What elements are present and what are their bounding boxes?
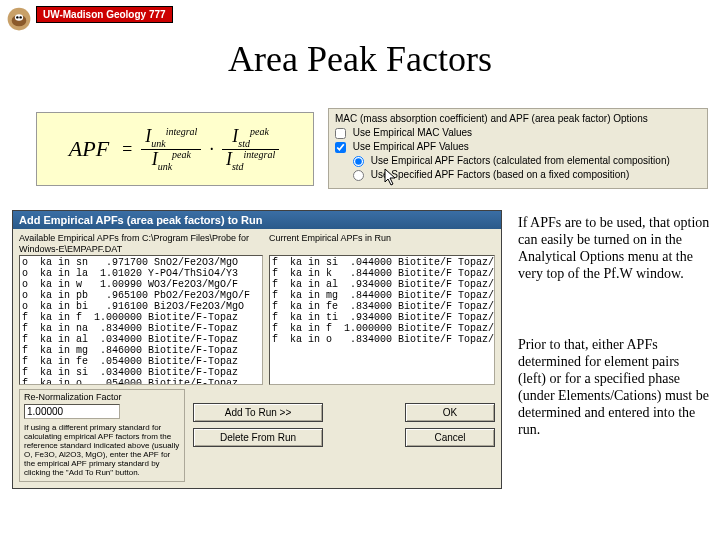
radio-elemental-input[interactable] xyxy=(353,156,364,167)
available-apf-list[interactable]: o ka in sn .971700 SnO2/Fe2O3/MgO o ka i… xyxy=(19,255,263,385)
formula-frac1: Iunkintegral Iunkpeak xyxy=(141,127,201,171)
ok-button[interactable]: OK xyxy=(405,403,495,422)
current-apf-caption: Current Empirical APFs in Run xyxy=(269,233,495,255)
renorm-hint: If using a different primary standard fo… xyxy=(24,423,180,477)
explanation-paragraph-1: If APFs are to be used, that option can … xyxy=(518,214,710,282)
formula-frac2: Istdpeak Istdintegral xyxy=(222,127,279,171)
course-badge: UW-Madison Geology 777 xyxy=(36,6,173,23)
checkbox-mac-input[interactable] xyxy=(335,128,346,139)
add-empirical-apf-dialog: Add Empirical APFs (area peak factors) t… xyxy=(12,210,502,489)
checkbox-use-empirical-apf[interactable]: Use Empirical APF Values xyxy=(335,140,701,154)
options-group-title: MAC (mass absorption coefficient) and AP… xyxy=(335,113,701,124)
badger-logo xyxy=(6,6,32,32)
add-to-run-button[interactable]: Add To Run >> xyxy=(193,403,323,422)
checkbox-use-empirical-mac[interactable]: Use Empirical MAC Values xyxy=(335,126,701,140)
page-title: Area Peak Factors xyxy=(0,38,720,80)
radio-apf-specified[interactable]: Use Specified APF Factors (based on a fi… xyxy=(353,168,701,182)
radio-apf-from-elemental[interactable]: Use Empirical APF Factors (calculated fr… xyxy=(353,154,701,168)
delete-from-run-button[interactable]: Delete From Run xyxy=(193,428,323,447)
svg-point-3 xyxy=(16,16,18,18)
cancel-button[interactable]: Cancel xyxy=(405,428,495,447)
explanation-paragraph-2: Prior to that, either APFs determined fo… xyxy=(518,336,710,438)
mac-apf-options-panel: MAC (mass absorption coefficient) and AP… xyxy=(328,108,708,189)
formula-lhs: APF xyxy=(69,136,109,162)
renorm-group: Re-Normalization Factor If using a diffe… xyxy=(19,389,185,482)
available-apf-caption: Available Empirical APFs from C:\Program… xyxy=(19,233,263,255)
checkbox-apf-input[interactable] xyxy=(335,142,346,153)
current-apf-list[interactable]: f ka in si .044000 Biotite/F Topaz/M f k… xyxy=(269,255,495,385)
dialog-titlebar[interactable]: Add Empirical APFs (area peak factors) t… xyxy=(13,211,501,229)
apf-formula: APF = Iunkintegral Iunkpeak · Istdpeak I… xyxy=(36,112,314,186)
svg-point-4 xyxy=(19,16,21,18)
renorm-input[interactable] xyxy=(24,404,120,419)
renorm-label: Re-Normalization Factor xyxy=(24,392,180,402)
radio-specified-input[interactable] xyxy=(353,170,364,181)
